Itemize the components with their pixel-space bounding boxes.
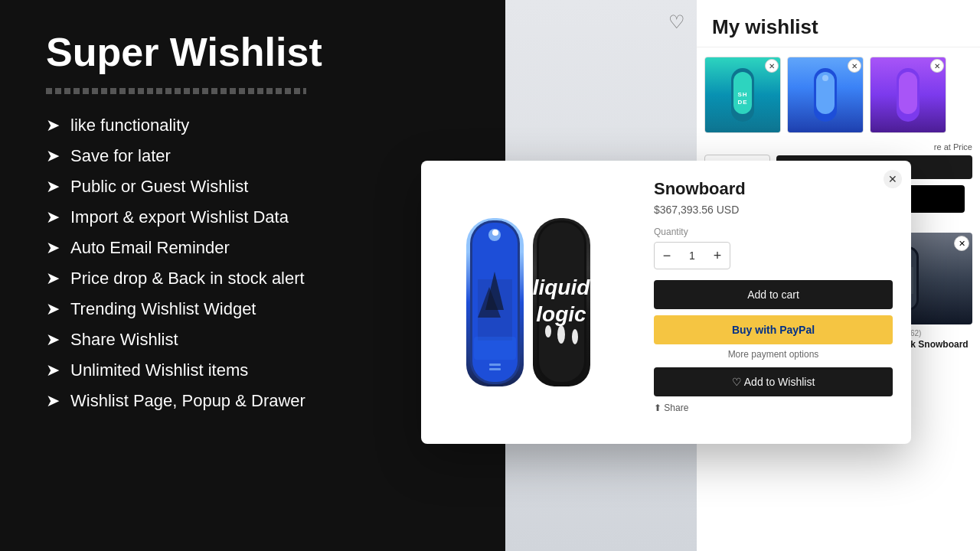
modal-boards: liquid logic (466, 218, 590, 386)
modal-more-payment-button[interactable]: More payment options (654, 349, 893, 360)
modal-quantity-control: − 1 + (654, 242, 730, 269)
feature-item-import: ➤ Import & export Wishlist Data (46, 207, 459, 227)
quantity-label: Quantity (654, 227, 893, 237)
feature-text: Unlimited Wishlist items (70, 360, 248, 380)
product-close-2[interactable]: ✕ (954, 236, 969, 251)
arrow-icon: ➤ (46, 177, 60, 197)
arrow-icon: ➤ (46, 146, 60, 166)
wishlist-item-2: ✕ (787, 57, 864, 133)
modal-product-price: $367,393.56 USD (654, 204, 893, 216)
wishlist-item-close-2[interactable]: ✕ (848, 59, 861, 73)
modal-close-button[interactable]: ✕ (884, 170, 902, 188)
modal-details-section: Snowboard $367,393.56 USD Quantity − 1 +… (635, 161, 911, 444)
arrow-icon: ➤ (46, 299, 60, 319)
arrow-icon: ➤ (46, 116, 60, 135)
arrow-icon: ➤ (46, 207, 60, 227)
feature-text: Price drop & Back in stock alert (70, 269, 305, 289)
modal-add-wishlist-button[interactable]: ♡ Add to Wishlist (654, 367, 893, 396)
svg-text:SH: SH (737, 91, 747, 98)
feature-text: Save for later (70, 146, 171, 166)
wishlist-item-1: ✕ SH DE (704, 57, 781, 133)
modal-board-dark: liquid logic (533, 218, 590, 386)
at-price-label: re at Price (934, 142, 972, 152)
feature-text: Wishlist Page, Popup & Drawer (70, 391, 305, 411)
feature-list: ➤ like functionality ➤ Save for later ➤ … (46, 116, 459, 411)
title-divider (46, 88, 306, 94)
qty-value: 1 (679, 249, 705, 262)
arrow-icon: ➤ (46, 391, 60, 411)
wishlist-items-row: ✕ SH DE ✕ ✕ (697, 47, 980, 142)
feature-text: Trending Wishlist Widget (70, 299, 256, 319)
arrow-icon: ➤ (46, 330, 60, 350)
svg-point-30 (557, 325, 565, 344)
feature-item-save: ➤ Save for later (46, 146, 459, 166)
feature-item-email: ➤ Auto Email Reminder (46, 238, 459, 258)
product-modal: ✕ (421, 161, 911, 444)
svg-rect-8 (899, 72, 917, 114)
svg-point-28 (545, 325, 551, 337)
svg-text:liquid: liquid (533, 276, 590, 299)
svg-rect-22 (489, 364, 501, 366)
wishlist-title: My wishlist (712, 15, 965, 39)
feature-item-like: ➤ like functionality (46, 116, 459, 135)
heart-icon[interactable]: ♡ (668, 11, 685, 33)
svg-point-17 (488, 229, 501, 241)
wishlist-item-close-1[interactable]: ✕ (765, 59, 779, 73)
svg-text:logic: logic (536, 302, 586, 326)
feature-text: like functionality (70, 116, 189, 135)
feature-text: Share Wishlist (70, 330, 178, 350)
svg-rect-21 (474, 337, 516, 360)
feature-item-trending: ➤ Trending Wishlist Widget (46, 299, 459, 319)
modal-image-section: liquid logic (421, 161, 635, 444)
svg-point-29 (572, 329, 578, 344)
wishlist-item-3: ✕ (870, 57, 946, 133)
svg-point-6 (822, 75, 828, 81)
modal-product-title: Snowboard (654, 179, 893, 199)
feature-item-share: ➤ Share Wishlist (46, 330, 459, 350)
feature-text: Auto Email Reminder (70, 238, 230, 258)
arrow-icon: ➤ (46, 360, 60, 380)
arrow-icon: ➤ (46, 269, 60, 289)
svg-text:DE: DE (737, 99, 747, 106)
modal-board-blue (466, 218, 524, 386)
feature-item-guest: ➤ Public or Guest Wishlist (46, 177, 459, 197)
svg-rect-23 (489, 368, 501, 370)
wishlist-item-close-3[interactable]: ✕ (930, 59, 944, 73)
qty-decrease-button[interactable]: − (655, 243, 679, 269)
feature-item-page: ➤ Wishlist Page, Popup & Drawer (46, 391, 459, 411)
feature-item-unlimited: ➤ Unlimited Wishlist items (46, 360, 459, 380)
feature-item-pricedrop: ➤ Price drop & Back in stock alert (46, 269, 459, 289)
page-title: Super Wishlist (46, 31, 459, 74)
wishlist-header: My wishlist (697, 0, 980, 47)
feature-text: Public or Guest Wishlist (70, 177, 248, 197)
feature-text: Import & export Wishlist Data (70, 207, 289, 227)
modal-share-button[interactable]: ⬆ Share (654, 403, 893, 413)
arrow-icon: ➤ (46, 238, 60, 258)
qty-increase-button[interactable]: + (705, 243, 730, 269)
modal-paypal-button[interactable]: Buy with PayPal (654, 315, 893, 344)
modal-add-to-cart-button[interactable]: Add to cart (654, 280, 893, 309)
